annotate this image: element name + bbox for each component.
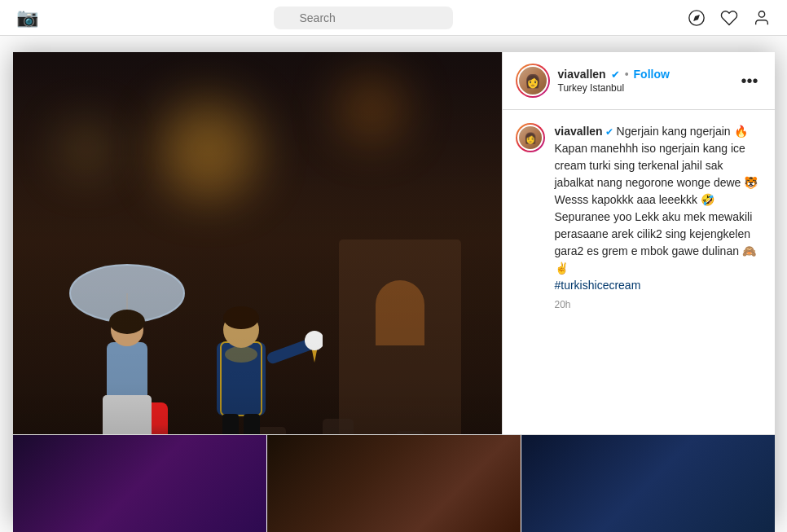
nav-icons	[688, 9, 771, 27]
thumbnail-3[interactable]	[521, 435, 775, 532]
caption-avatar-ring: 👩	[516, 123, 545, 152]
caption-comment: 👩 viavallen✔ Ngerjain kang ngerjain 🔥 Ka…	[516, 123, 762, 310]
caption-verified: ✔	[605, 126, 613, 138]
svg-marker-1	[693, 15, 700, 21]
instagram-logo: 📷	[16, 7, 38, 29]
caption-body: Ngerjain kang ngerjain 🔥 Kapan manehhh i…	[555, 125, 758, 275]
main-content: 👩 viavallen ✔ • Follow Turkey Istanbul •…	[0, 36, 787, 532]
post-username-row: viavallen ✔ • Follow	[558, 68, 730, 81]
thumbnail-1[interactable]	[13, 435, 267, 532]
explore-icon[interactable]	[688, 9, 706, 27]
search-input[interactable]	[274, 7, 453, 29]
caption-content: viavallen✔ Ngerjain kang ngerjain 🔥 Kapa…	[555, 123, 762, 310]
more-options-button[interactable]: •••	[737, 68, 761, 94]
hashtag-turkishicecream[interactable]: #turkishicecream	[555, 279, 641, 292]
profile-icon[interactable]	[753, 9, 771, 27]
search-wrapper: 🔍	[274, 7, 453, 29]
post-avatar-ring: 👩	[516, 64, 550, 98]
post-header: 👩 viavallen ✔ • Follow Turkey Istanbul •…	[503, 52, 775, 110]
post-location: Turkey Istanbul	[558, 82, 730, 94]
dot-separator: •	[625, 68, 629, 81]
follow-button[interactable]: Follow	[634, 68, 670, 81]
caption-time: 20h	[555, 299, 762, 310]
caption-text: viavallen✔ Ngerjain kang ngerjain 🔥 Kapa…	[555, 123, 762, 294]
post-avatar: 👩	[517, 65, 548, 96]
caption-username[interactable]: viavallen	[555, 125, 603, 138]
avatar-emoji: 👩	[525, 73, 541, 89]
verified-badge: ✔	[611, 68, 620, 81]
heart-icon[interactable]	[720, 9, 738, 27]
post-username[interactable]: viavallen	[558, 68, 606, 81]
caption-avatar: 👩	[517, 125, 543, 151]
top-navigation: 📷 🔍	[0, 0, 787, 36]
post-header-info: viavallen ✔ • Follow Turkey Istanbul	[558, 68, 730, 94]
caption-avatar-emoji: 👩	[524, 132, 537, 144]
thumbnails-strip	[13, 434, 775, 532]
svg-point-2	[758, 11, 764, 16]
thumbnail-2[interactable]	[267, 435, 521, 532]
